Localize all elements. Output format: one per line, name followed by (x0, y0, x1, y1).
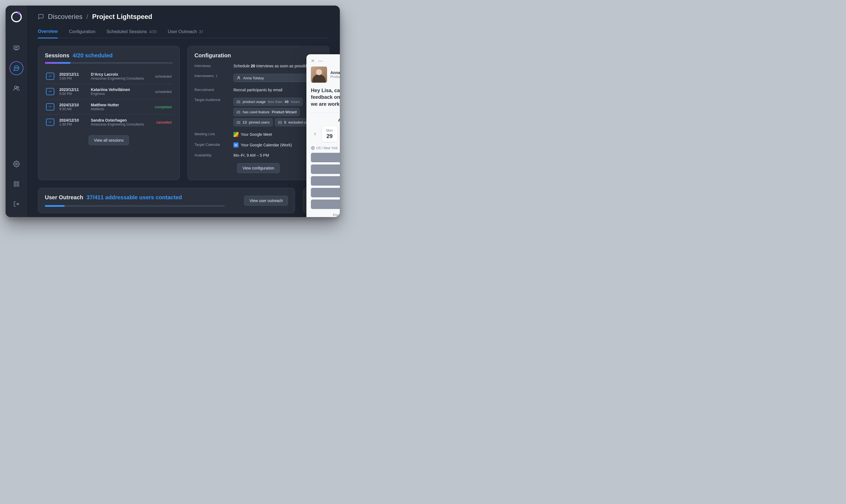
session-status: cancelled (156, 120, 172, 124)
tab-label: User Outreach (168, 29, 197, 34)
session-icon (46, 88, 54, 95)
session-date: 2023/12/11 (59, 87, 86, 92)
tab-label: Configuration (69, 29, 95, 34)
chevron-down-icon (339, 146, 340, 150)
tab-label: Scheduled Sessions (106, 29, 147, 34)
session-person: Katariina Vehviläinen (91, 87, 150, 92)
time-slot[interactable]: 10:00 AM (311, 164, 340, 174)
config-calendar-label: Target Calendar (194, 143, 228, 147)
target-chip[interactable]: 13pinned users (234, 118, 273, 126)
tab-count: 37 (199, 30, 204, 34)
date-dow: Mon (323, 129, 336, 132)
prev-dates-icon[interactable] (311, 130, 319, 138)
tab-user-outreach[interactable]: User Outreach 37 (168, 29, 204, 38)
svg-point-11 (238, 76, 239, 78)
session-person: Sandra Osterhagen (91, 118, 151, 123)
powered-by: Powered by orbital (311, 213, 340, 217)
sliders-icon (278, 121, 282, 124)
tab-overview[interactable]: Overview (38, 29, 58, 38)
nav-apps-icon[interactable] (10, 177, 23, 191)
target-chip[interactable]: product usageless than48hours (234, 98, 303, 106)
time-slot[interactable]: 4:30 PM (311, 188, 340, 197)
nav-presentations-icon[interactable] (10, 41, 23, 55)
session-person: Matthew Hutter (91, 103, 150, 107)
session-time: 3:00 PM (59, 76, 86, 80)
tabs: Overview Configuration Scheduled Session… (38, 29, 329, 38)
tab-label: Overview (38, 29, 58, 34)
nav-discoveries-icon[interactable] (10, 61, 23, 75)
interviewer-name: Anna Tolstoy (243, 76, 264, 80)
config-target-label: Target Audience (194, 98, 228, 102)
app-logo[interactable] (11, 12, 22, 22)
session-icon (46, 119, 54, 126)
date-num: 29 (323, 133, 336, 140)
widget-minimize-icon[interactable]: — (318, 59, 323, 63)
config-interviewers-label: Interviewers1 (194, 74, 228, 78)
svg-rect-10 (17, 184, 19, 186)
google-meet-icon (234, 132, 239, 137)
breadcrumb: Discoveries / Project Lightspeed (38, 13, 329, 21)
time-slot[interactable]: 7:00 PM (311, 200, 340, 209)
interviewers-count: 1 (215, 74, 218, 78)
session-org: Enginova (91, 92, 150, 96)
sessions-card: Sessions 4/20 scheduled 2023/12/11 3:00 … (38, 46, 180, 180)
widget-message: Hey Lisa, can I get your feedback on som… (311, 87, 340, 113)
breadcrumb-current: Project Lightspeed (92, 13, 152, 21)
session-row[interactable]: 2023/12/11 3:00 PM D'Arcy Lacroix Amazon… (45, 69, 173, 84)
nav-settings-icon[interactable] (10, 157, 23, 171)
avatar (311, 67, 327, 83)
svg-point-3 (18, 68, 18, 68)
tab-scheduled-sessions[interactable]: Scheduled Sessions 4/20 (106, 29, 157, 38)
config-recruitment-label: Recruitment (194, 88, 228, 92)
view-user-outreach-button[interactable]: View user outreach (244, 196, 288, 206)
sessions-progress (45, 62, 173, 64)
session-date: 2023/12/11 (59, 72, 86, 76)
svg-point-2 (16, 68, 17, 68)
time-slots: 8:30 AM10:00 AM12:00 PM4:30 PM7:00 PM (311, 153, 340, 209)
outreach-progress (45, 205, 225, 207)
target-chip[interactable]: has used featureProduct Wizard (234, 108, 300, 116)
session-icon (46, 103, 54, 110)
svg-rect-7 (14, 182, 16, 183)
session-person: D'Arcy Lacroix (91, 72, 150, 76)
session-time: 5:00 PM (59, 92, 86, 96)
widget-person-title: Product Manager @ Unboxed (330, 75, 340, 79)
session-row[interactable]: 2023/12/11 5:00 PM Katariina Vehviläinen… (45, 84, 173, 99)
config-interviews-label: Interviews (194, 64, 228, 68)
timezone-selector[interactable]: US / New York (311, 146, 340, 150)
view-configuration-button[interactable]: View configuration (237, 163, 279, 173)
app-window: Discoveries / Project Lightspeed Overvie… (5, 5, 340, 217)
config-availability-label: Availability (194, 153, 228, 157)
breadcrumb-parent[interactable]: Discoveries (48, 13, 83, 21)
session-status: scheduled (155, 74, 172, 78)
session-row[interactable]: 2024/12/10 9:30 AM Matthew Hutter Intell… (45, 99, 173, 114)
sessions-progress-fill (45, 62, 70, 64)
outreach-card: User Outreach 37/411 addressable users c… (38, 188, 295, 213)
date-option[interactable]: Mon 29 (322, 126, 338, 142)
nav-logout-icon[interactable] (10, 197, 23, 211)
time-slot[interactable]: 12:00 PM (311, 176, 340, 186)
session-status: scheduled (155, 90, 172, 94)
main-content: Discoveries / Project Lightspeed Overvie… (27, 5, 340, 217)
comment-icon (38, 14, 44, 20)
widget-close-icon[interactable]: ✕ (311, 59, 314, 63)
svg-point-1 (15, 68, 16, 68)
tab-configuration[interactable]: Configuration (69, 29, 95, 38)
nav-users-icon[interactable] (10, 81, 23, 95)
user-icon (237, 76, 241, 80)
globe-icon (311, 146, 315, 150)
svg-point-6 (16, 163, 17, 165)
time-slot[interactable]: 8:30 AM (311, 153, 340, 162)
session-list: 2023/12/11 3:00 PM D'Arcy Lacroix Amazon… (45, 69, 173, 130)
svg-rect-9 (14, 184, 16, 186)
svg-point-4 (15, 86, 17, 88)
breadcrumb-separator: / (86, 13, 88, 21)
svg-point-5 (17, 87, 19, 88)
sliders-icon (237, 110, 240, 114)
session-org: Amazonas Engineering Consultants (91, 76, 150, 80)
google-calendar-icon (234, 143, 239, 147)
view-all-sessions-button[interactable]: View all sessions (89, 135, 129, 145)
session-status: completed (155, 105, 172, 109)
session-row[interactable]: 2024/12/10 1:30 PM Sandra Osterhagen Ama… (45, 114, 173, 130)
outreach-title: User Outreach (45, 194, 83, 201)
